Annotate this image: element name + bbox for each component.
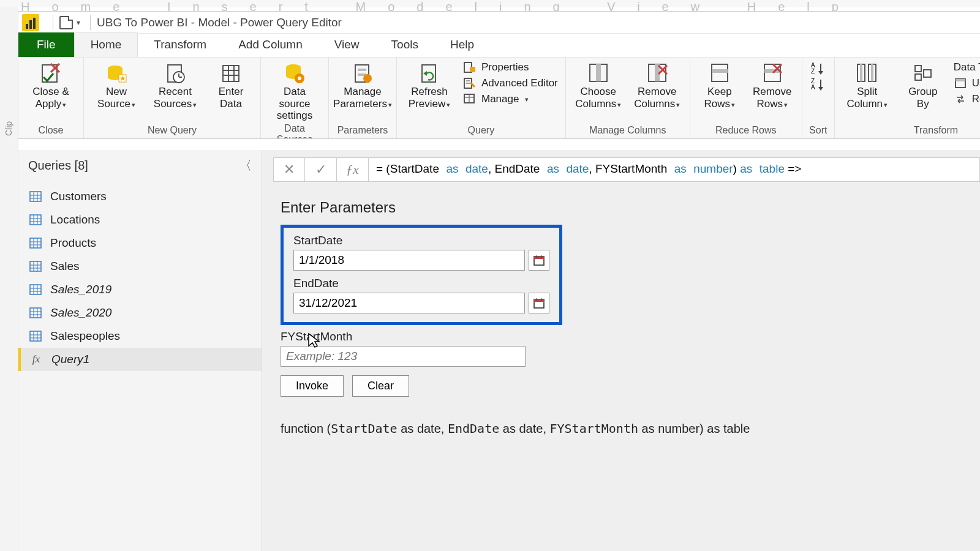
qat-dropdown-icon[interactable]: ▾ (77, 18, 80, 27)
remove-rows-icon (759, 61, 786, 86)
svg-marker-51 (818, 87, 823, 91)
query-item-label: Query1 (51, 353, 89, 366)
formula-text[interactable]: = (StartDate as date, EndDate as date, F… (369, 157, 980, 182)
svg-rect-33 (596, 64, 601, 81)
query-item-salespeoples[interactable]: Salespeoples (18, 324, 262, 348)
data-type-button[interactable]: Data Type: Any (954, 61, 980, 73)
tab-help[interactable]: Help (434, 32, 490, 57)
group-label-data-sources: Data Sources (268, 122, 321, 139)
calendar-icon (533, 297, 545, 309)
svg-rect-61 (30, 192, 41, 201)
remove-rows-button[interactable]: Remove Rows▾ (750, 61, 794, 110)
group-label-transform: Transform (914, 124, 958, 138)
svg-text:Z: Z (811, 68, 815, 75)
query-item-query1[interactable]: fxQuery1 (18, 348, 262, 371)
startdate-label: StartDate (293, 234, 549, 247)
svg-rect-91 (30, 331, 41, 341)
keep-rows-button[interactable]: Keep Rows▾ (698, 61, 742, 110)
enter-data-label: Enter Data (219, 86, 244, 110)
manage-parameters-button[interactable]: Manage Parameters▾ (336, 61, 389, 110)
sort-asc-button[interactable]: AZ (806, 61, 831, 75)
enddate-input[interactable] (293, 293, 525, 313)
replace-values-button[interactable]: Replace Val (954, 93, 980, 105)
group-query: Refresh Preview▾ Properties Advanced Edi… (397, 58, 566, 138)
background-host-tabs: Home Insert Modeling View Help (0, 0, 980, 7)
query-item-label: Products (50, 236, 96, 250)
collapse-queries-icon[interactable]: 〈 (239, 157, 252, 174)
formula-commit-button[interactable]: ✓ (305, 157, 337, 182)
tab-home[interactable]: Home (74, 32, 138, 57)
svg-rect-97 (534, 257, 544, 259)
enddate-calendar-button[interactable] (529, 293, 549, 313)
refresh-preview-label: Refresh Preview (409, 86, 448, 110)
group-data-sources: Data source settings Data Sources (261, 58, 329, 138)
enter-parameters-heading: Enter Parameters (281, 199, 962, 216)
formula-cancel-button[interactable]: ✕ (273, 157, 305, 182)
query-item-label: Sales_2019 (50, 283, 111, 296)
tab-tools[interactable]: Tools (375, 32, 434, 57)
group-by-icon (910, 61, 937, 86)
query-item-label: Salespeoples (50, 329, 120, 343)
host-side-label: Clip (4, 121, 13, 136)
query-item-customers[interactable]: Customers (18, 185, 262, 208)
group-reduce-rows: Keep Rows▾ Remove Rows▾ Reduce Rows (690, 58, 802, 138)
fystartmonth-input[interactable] (281, 346, 526, 367)
manage-parameters-icon (349, 61, 376, 86)
replace-values-label: Replace Val (972, 93, 980, 105)
svg-marker-47 (818, 71, 823, 75)
group-label-manage-columns: Manage Columns (589, 124, 666, 138)
sort-desc-button[interactable]: ZA (806, 77, 831, 91)
advanced-editor-button[interactable]: Advanced Editor (463, 77, 558, 89)
function-icon: fx (29, 353, 43, 365)
tab-transform[interactable]: Transform (138, 32, 222, 57)
startdate-input[interactable] (293, 250, 525, 271)
close-apply-icon (37, 61, 64, 86)
query-item-sales[interactable]: Sales (18, 255, 262, 278)
tab-file[interactable]: File (18, 32, 74, 57)
svg-rect-76 (30, 261, 41, 271)
group-new-query: ★ New Source▾ Recent Sources▾ Enter Data… (84, 58, 261, 138)
query-item-label: Sales (50, 260, 80, 273)
choose-columns-button[interactable]: Choose Columns▾ (573, 61, 624, 110)
manage-label: Manage (481, 93, 519, 105)
startdate-calendar-button[interactable] (529, 250, 549, 271)
svg-rect-58 (924, 70, 931, 77)
new-source-button[interactable]: ★ New Source▾ (91, 61, 141, 110)
properties-button[interactable]: Properties (463, 61, 558, 73)
choose-columns-label: Choose Columns (575, 86, 616, 110)
query-item-sales_2019[interactable]: Sales_2019 (18, 278, 262, 301)
save-icon[interactable] (59, 16, 73, 29)
remove-columns-button[interactable]: Remove Columns▾ (632, 61, 682, 110)
fx-button[interactable]: ƒx (337, 157, 369, 182)
query-item-products[interactable]: Products (18, 231, 262, 255)
manage-button[interactable]: Manage ▾ (463, 93, 558, 105)
group-manage-columns: Choose Columns▾ Remove Columns▾ Manage C… (566, 58, 690, 138)
svg-marker-23 (423, 71, 427, 76)
svg-rect-10 (223, 66, 239, 81)
tab-view[interactable]: View (318, 32, 375, 57)
enter-data-button[interactable]: Enter Data (209, 61, 253, 110)
use-first-row-button[interactable]: Use First Ro (954, 77, 980, 89)
tab-add-column[interactable]: Add Column (222, 32, 318, 57)
table-icon (29, 191, 42, 202)
query-item-locations[interactable]: Locations (18, 208, 262, 231)
choose-columns-icon (585, 61, 612, 86)
group-label-query: Query (468, 124, 495, 138)
invoke-button[interactable]: Invoke (281, 375, 344, 397)
query-item-sales_2020[interactable]: Sales_2020 (18, 301, 262, 324)
title-bar: ▾ UBG To Power BI - Model - Power Query … (18, 12, 980, 34)
power-query-window: ▾ UBG To Power BI - Model - Power Query … (18, 11, 980, 551)
svg-rect-60 (956, 79, 965, 81)
split-column-button[interactable]: Split Column▾ (842, 61, 892, 110)
remove-columns-icon (644, 61, 671, 86)
refresh-preview-button[interactable]: Refresh Preview▾ (404, 61, 454, 110)
clear-button[interactable]: Clear (352, 375, 409, 397)
use-first-row-label: Use First Ro (972, 77, 980, 89)
sort-desc-icon: ZA (810, 77, 827, 91)
svg-text:★: ★ (119, 74, 126, 83)
close-apply-button[interactable]: Close & Apply▾ (26, 61, 76, 110)
recent-sources-icon (162, 61, 189, 86)
group-by-button[interactable]: Group By (901, 61, 945, 110)
data-source-settings-button[interactable]: Data source settings (268, 61, 321, 122)
recent-sources-button[interactable]: Recent Sources▾ (150, 61, 200, 110)
